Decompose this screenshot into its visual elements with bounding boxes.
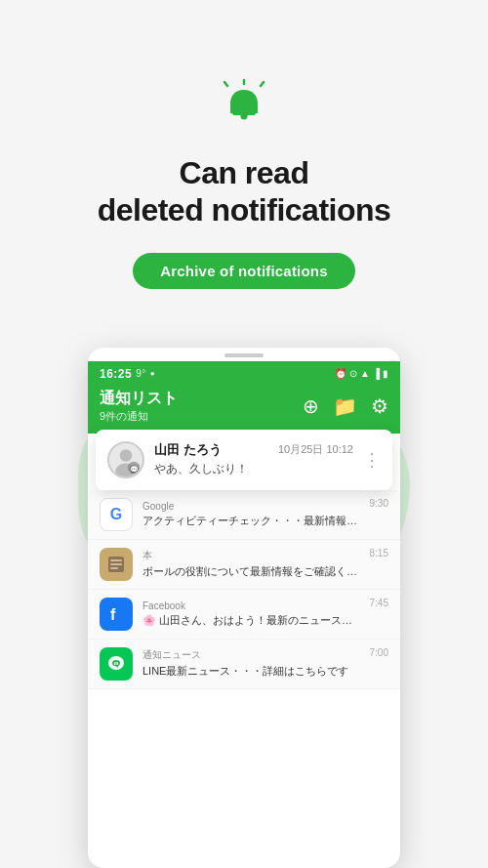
svg-text:💬: 💬 xyxy=(130,464,139,473)
notif-text: アクティビティーチェック・・・最新情報をご確認くださ xyxy=(142,514,360,528)
time-label: 7:00 xyxy=(370,647,388,658)
svg-line-0 xyxy=(224,82,227,86)
notification-header: 山田 たろう 10月25日 10:12 xyxy=(154,441,353,459)
wifi-icon: ▲ xyxy=(360,368,370,379)
svg-rect-12 xyxy=(110,563,122,565)
settings-icon[interactable]: ⚙ xyxy=(371,394,388,418)
bell-icon xyxy=(218,78,270,131)
svg-rect-11 xyxy=(110,559,122,561)
app-name: Google xyxy=(142,501,360,512)
svg-line-1 xyxy=(261,82,264,86)
notification-popup: 💬 山田 たろう 10月25日 10:12 やあ、久しぶり！ ⋮ xyxy=(96,430,392,490)
notification-content: 山田 たろう 10月25日 10:12 やあ、久しぶり！ xyxy=(154,441,353,477)
list-item[interactable]: G Google アクティビティーチェック・・・最新情報をご確認くださ 9:30 xyxy=(88,490,400,540)
top-section: Can read deleted notifications Archive o… xyxy=(0,0,488,289)
battery-icon: ▮ xyxy=(383,368,388,379)
google-app-icon: G xyxy=(100,498,133,531)
google-logo: G xyxy=(110,506,122,523)
toolbar-title: 通知リスト xyxy=(100,389,178,409)
folder-icon[interactable]: 📁 xyxy=(333,394,357,418)
notif-text: 🌸 山田さん、おはよう！最新のニュースをご確認 xyxy=(142,613,360,628)
line-app-icon xyxy=(100,647,133,681)
svg-rect-16 xyxy=(114,662,116,665)
notification-time: 10月25日 10:12 xyxy=(278,442,353,457)
more-menu-button[interactable]: ⋮ xyxy=(363,451,381,469)
list-item[interactable]: f Facebook 🌸 山田さん、おはよう！最新のニュースをご確認 7:45 xyxy=(88,590,400,640)
cast-icon: ⊙ xyxy=(349,368,357,379)
sender-name: 山田 たろう xyxy=(154,441,222,459)
book-app-icon xyxy=(100,548,133,581)
bell-icon-wrapper xyxy=(218,78,270,135)
temp-indicator: 9° xyxy=(136,368,146,379)
headline: Can read deleted notifications xyxy=(98,154,391,229)
svg-rect-4 xyxy=(232,111,256,115)
app-name: 本 xyxy=(142,549,360,562)
notification-list: G Google アクティビティーチェック・・・最新情報をご確認くださ 9:30 xyxy=(88,490,400,689)
list-item[interactable]: 本 ボールの役割について最新情報をご確認ください 8:15 xyxy=(88,540,400,590)
notif-text: ボールの役割について最新情報をご確認ください xyxy=(142,564,360,579)
list-item-content: 通知ニュース LINE最新ニュース・・・詳細はこちらです xyxy=(142,648,360,679)
alarm-icon: ⏰ xyxy=(335,368,346,379)
list-item-content: 本 ボールの役割について最新情報をご確認ください xyxy=(142,549,360,579)
time-label: 8:15 xyxy=(370,548,388,558)
time-label: 7:45 xyxy=(370,598,388,608)
svg-rect-17 xyxy=(117,662,119,665)
notification-message: やあ、久しぶり！ xyxy=(154,461,353,477)
list-item-content: Facebook 🌸 山田さん、おはよう！最新のニュースをご確認 xyxy=(142,600,360,628)
list-item-content: Google アクティビティーチェック・・・最新情報をご確認くださ xyxy=(142,501,360,528)
svg-point-6 xyxy=(120,449,133,462)
phone-section: 16:25 9° ● ⏰ ⊙ ▲ ▐ ▮ 通知リスト 9件の通知 ⊕ 📁 ⚙ xyxy=(0,338,488,868)
time-label: 9:30 xyxy=(370,498,388,509)
svg-rect-13 xyxy=(110,567,118,569)
archive-badge[interactable]: Archive of notifications xyxy=(133,253,355,289)
facebook-app-icon: f xyxy=(100,598,133,631)
drag-handle xyxy=(224,353,264,357)
list-item[interactable]: 通知ニュース LINE最新ニュース・・・詳細はこちらです 7:00 xyxy=(88,640,400,689)
status-time: 16:25 9° ● xyxy=(100,367,155,381)
toolbar-subtitle: 9件の通知 xyxy=(100,409,178,424)
avatar: 💬 xyxy=(107,441,144,478)
status-bar: 16:25 9° ● ⏰ ⊙ ▲ ▐ ▮ xyxy=(88,361,400,381)
globe-icon[interactable]: ⊕ xyxy=(303,394,319,418)
app-name: 通知ニュース xyxy=(142,648,360,662)
phone-toolbar: 通知リスト 9件の通知 ⊕ 📁 ⚙ xyxy=(88,381,400,434)
toolbar-icons: ⊕ 📁 ⚙ xyxy=(303,394,388,418)
phone-frame: 16:25 9° ● ⏰ ⊙ ▲ ▐ ▮ 通知リスト 9件の通知 ⊕ 📁 ⚙ xyxy=(88,348,400,868)
signal-dot: ● xyxy=(150,369,155,378)
notif-text: LINE最新ニュース・・・詳細はこちらです xyxy=(142,664,360,679)
toolbar-title-group: 通知リスト 9件の通知 xyxy=(100,389,178,424)
svg-text:f: f xyxy=(110,606,116,623)
status-icons: ⏰ ⊙ ▲ ▐ ▮ xyxy=(335,368,388,379)
signal-icon: ▐ xyxy=(373,368,380,379)
app-name: Facebook xyxy=(142,600,360,611)
